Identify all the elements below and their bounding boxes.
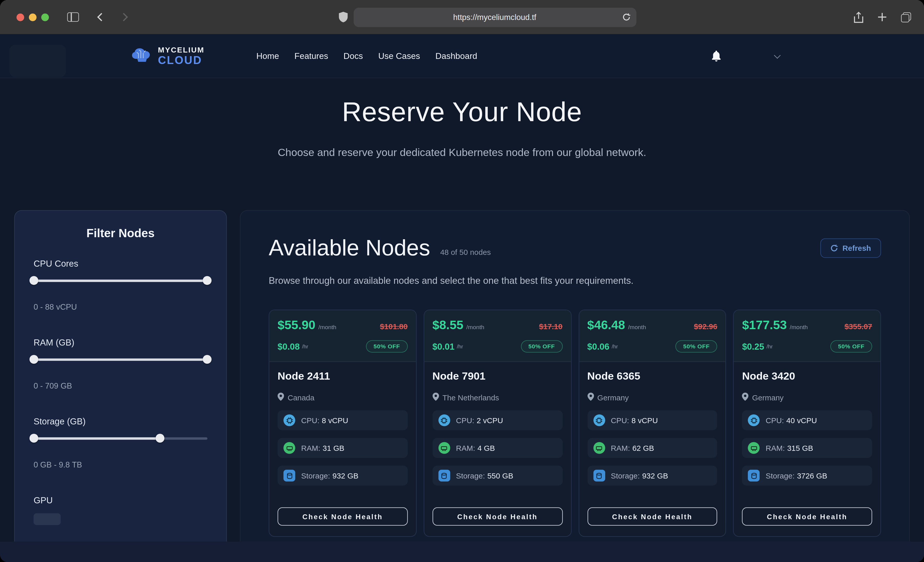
original-price: $92.96: [694, 322, 717, 331]
filter-range-text: 0 - 88 vCPU: [34, 302, 207, 311]
hourly-price-unit: /hr: [612, 344, 618, 350]
monthly-price: $8.55: [432, 318, 464, 332]
slider-track-active[interactable]: [34, 280, 207, 282]
storage-value: 932 GB: [332, 471, 358, 480]
refresh-icon: [830, 244, 838, 252]
nav-link[interactable]: Use Cases: [378, 51, 420, 61]
filter-group: Storage (GB) 0 GB - 9.8 TB: [34, 416, 207, 469]
ram-spec-row: RAM:315 GB: [742, 438, 872, 458]
storage-label: Storage:: [456, 471, 485, 480]
nav-link[interactable]: Dashboard: [435, 51, 477, 61]
filter-panel-title: Filter Nodes: [34, 227, 207, 240]
slider-handle-min[interactable]: [30, 355, 38, 364]
storage-icon: [284, 470, 295, 481]
new-tab-icon[interactable]: [878, 12, 887, 22]
ram-spec-row: RAM:4 GB: [432, 438, 562, 458]
storage-value: 3726 GB: [797, 471, 827, 480]
node-location: Germany: [742, 393, 872, 403]
storage-icon: [748, 470, 760, 481]
forward-button[interactable]: [120, 13, 128, 21]
ram-spec-text: RAM:315 GB: [766, 443, 813, 452]
slider-handle-max[interactable]: [156, 434, 164, 442]
nodes-header: Available Nodes 48 of 50 nodes Refresh: [269, 235, 881, 261]
cpu-spec-text: CPU:2 vCPU: [456, 416, 503, 424]
nav-link[interactable]: Features: [294, 51, 328, 61]
storage-icon: [438, 470, 450, 481]
monthly-price: $55.90: [278, 318, 315, 332]
cpu-spec-row: CPU:8 vCPU: [278, 410, 408, 430]
check-node-health-button[interactable]: Check Node Health: [278, 507, 408, 526]
url-text: https://myceliumcloud.tf: [453, 13, 536, 21]
chevron-down-icon[interactable]: [774, 52, 781, 58]
cpu-value: 40 vCPU: [786, 416, 817, 424]
check-node-health-button[interactable]: Check Node Health: [432, 507, 562, 526]
card-body: Node 2411 Canada: [269, 362, 416, 536]
ram-spec-text: RAM:62 GB: [611, 443, 654, 452]
reload-icon[interactable]: [622, 13, 630, 21]
nav-link[interactable]: Docs: [344, 51, 363, 61]
slider-handle-max[interactable]: [202, 355, 212, 364]
address-bar[interactable]: https://myceliumcloud.tf: [353, 7, 636, 27]
monthly-price-unit: /month: [790, 324, 808, 330]
node-card[interactable]: $8.55 /month $17.10 $0.01 /hr 50% OFF: [424, 310, 572, 537]
slider-handle-min[interactable]: [30, 276, 38, 285]
range-slider[interactable]: [34, 276, 207, 285]
ram-icon: [593, 442, 605, 454]
node-name: Node 6365: [587, 370, 717, 383]
refresh-button[interactable]: Refresh: [820, 239, 881, 258]
ram-value: 31 GB: [322, 443, 344, 452]
logo[interactable]: MYCELIUM CLOUD: [131, 46, 204, 66]
hourly-price: $0.08: [278, 341, 300, 351]
storage-spec-text: Storage:932 GB: [301, 471, 358, 480]
cpu-spec-row: CPU:2 vCPU: [432, 410, 562, 430]
card-body: Node 3420 Germany: [734, 362, 880, 536]
monthly-price: $46.48: [587, 318, 625, 332]
nav-link[interactable]: Home: [256, 51, 279, 61]
gpu-toggle[interactable]: [34, 513, 61, 525]
shield-icon[interactable]: [339, 12, 347, 22]
storage-label: Storage:: [301, 471, 330, 480]
slider-handle-min[interactable]: [30, 434, 38, 442]
chrome-actions: [854, 12, 911, 23]
ram-spec-row: RAM:31 GB: [278, 438, 408, 458]
share-icon[interactable]: [854, 12, 864, 23]
minimize-window-button[interactable]: [29, 13, 37, 21]
range-slider[interactable]: [34, 434, 207, 443]
zoom-window-button[interactable]: [41, 13, 49, 21]
available-nodes-panel: Available Nodes 48 of 50 nodes Refresh B…: [240, 210, 910, 562]
node-card[interactable]: $177.53 /month $355.07 $0.25 /hr 50% OFF: [733, 310, 881, 537]
hero-section: Reserve Your Node Choose and reserve you…: [0, 78, 924, 210]
card-pricing-header: $8.55 /month $17.10 $0.01 /hr 50% OFF: [424, 310, 571, 362]
ram-label: RAM:: [766, 443, 785, 452]
check-node-health-button[interactable]: Check Node Health: [742, 507, 872, 526]
card-body: Node 6365 Germany: [579, 362, 726, 536]
ram-spec-row: RAM:62 GB: [587, 438, 717, 458]
ram-value: 4 GB: [477, 443, 495, 452]
storage-spec-text: Storage:932 GB: [611, 471, 668, 480]
original-price: $101.80: [380, 322, 408, 331]
tab-overview-icon[interactable]: [901, 12, 911, 22]
notifications-bell-icon[interactable]: [711, 50, 722, 61]
hourly-price: $0.06: [587, 341, 609, 351]
check-node-health-button[interactable]: Check Node Health: [587, 507, 717, 526]
filter-label: CPU Cores: [34, 259, 207, 268]
ram-label: RAM:: [456, 443, 475, 452]
slider-handle-max[interactable]: [202, 276, 212, 285]
range-slider[interactable]: [34, 355, 207, 365]
ram-icon: [438, 442, 450, 454]
browser-chrome: https://myceliumcloud.tf: [0, 0, 924, 34]
cpu-icon: [284, 414, 295, 426]
filter-group: CPU Cores 0 - 88 vCPU: [34, 259, 207, 311]
sidebar-toggle-icon[interactable]: [67, 12, 79, 22]
slider-track-active[interactable]: [34, 437, 160, 439]
node-card[interactable]: $55.90 /month $101.80 $0.08 /hr 50% OFF: [269, 310, 417, 537]
back-button[interactable]: [97, 13, 105, 21]
monthly-price-unit: /month: [466, 324, 484, 330]
discount-badge: 50% OFF: [520, 340, 562, 353]
cpu-value: 2 vCPU: [477, 416, 503, 424]
storage-icon: [593, 470, 605, 481]
close-window-button[interactable]: [16, 13, 24, 21]
slider-track-active[interactable]: [34, 358, 207, 360]
node-card[interactable]: $46.48 /month $92.96 $0.06 /hr 50% OFF: [578, 310, 726, 537]
price-row: $55.90 /month $101.80: [278, 318, 408, 332]
